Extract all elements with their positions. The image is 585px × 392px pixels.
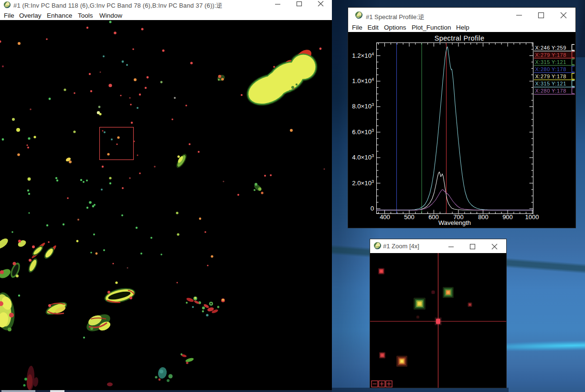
svg-text:0: 0	[371, 205, 374, 212]
svg-text:600: 600	[428, 213, 439, 221]
svg-text:X:280 Y:178: X:280 Y:178	[535, 88, 566, 94]
svg-text:2.0×103: 2.0×103	[352, 179, 374, 187]
svg-text:800: 800	[478, 213, 489, 221]
svg-text:1000: 1000	[525, 213, 539, 221]
svg-text:1.2×104: 1.2×104	[352, 52, 374, 59]
svg-text:900: 900	[502, 213, 513, 221]
svg-text:X:279 Y:178: X:279 Y:178	[535, 74, 566, 79]
svg-text:X:280 Y:178: X:280 Y:178	[535, 66, 566, 72]
svg-text:X:279 Y:178: X:279 Y:178	[535, 52, 566, 58]
svg-text:500: 500	[404, 213, 415, 221]
svg-text:400: 400	[380, 213, 390, 221]
svg-text:Spectral Profile: Spectral Profile	[435, 34, 485, 42]
svg-text:X:315 Y:121: X:315 Y:121	[535, 59, 566, 65]
svg-text:Wavelength: Wavelength	[438, 219, 471, 226]
svg-text:6.0×103: 6.0×103	[352, 128, 374, 136]
svg-text:1.0×104: 1.0×104	[352, 77, 374, 85]
svg-text:X:246 Y:259: X:246 Y:259	[535, 45, 566, 51]
svg-text:X:315 Y:121: X:315 Y:121	[535, 81, 566, 86]
svg-text:8.0×103: 8.0×103	[352, 102, 374, 110]
svg-text:4.0×103: 4.0×103	[352, 153, 374, 161]
